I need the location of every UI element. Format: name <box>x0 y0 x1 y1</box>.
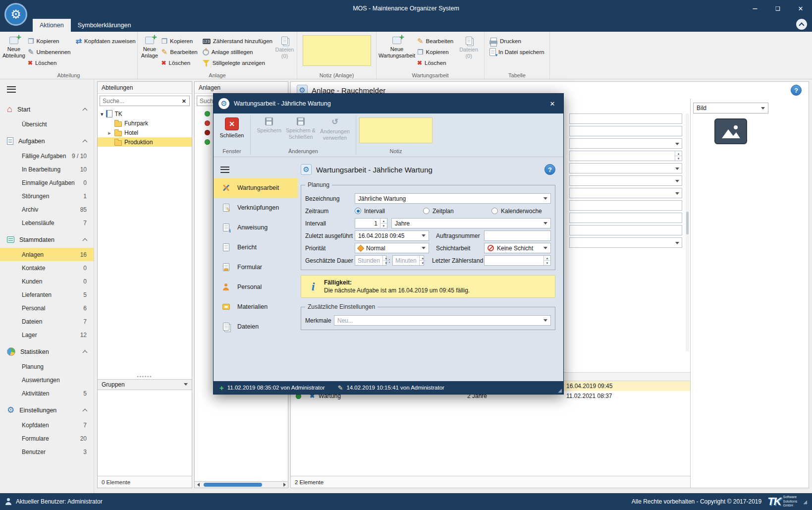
sidebar-item-formulare[interactable]: Formulare20 <box>0 432 94 445</box>
dialog-nav-dateien[interactable]: Dateien <box>214 317 298 337</box>
help-button[interactable] <box>791 85 802 96</box>
sidebar-item-kunden[interactable]: Kunden0 <box>0 275 94 288</box>
dialog-nav-wartungsarbeit[interactable]: Wartungsarbeit <box>214 178 298 198</box>
sidebar-item-einmalige-aufgaben[interactable]: Einmalige Aufgaben0 <box>0 176 94 189</box>
maximize-button[interactable] <box>766 0 789 17</box>
sidebar-item-faellige-aufgaben[interactable]: Fällige Aufgaben9 / 10 <box>0 149 94 163</box>
sidebar-item-benutzer[interactable]: Benutzer3 <box>0 445 94 458</box>
close-button[interactable] <box>789 0 812 17</box>
schliessen-button[interactable]: Schließen <box>217 115 247 139</box>
speichern-button[interactable]: Speichern <box>254 115 284 134</box>
neue-abteilung-button[interactable]: Neue Abteilung <box>2 33 25 58</box>
sidebar-item-kopfdaten[interactable]: Kopfdaten7 <box>0 418 94 432</box>
spinner-arrows[interactable] <box>380 219 387 228</box>
dialog-notiz-box[interactable] <box>359 117 433 143</box>
sidebar-item-stoerungen[interactable]: Störungen1 <box>0 189 94 203</box>
scrollbar-thumb[interactable] <box>686 212 689 234</box>
anlage-loeschen-button[interactable]: Löschen <box>159 57 200 68</box>
radio-kalenderwoche[interactable]: Kalenderwoche <box>491 208 560 215</box>
prioritaet-combobox[interactable]: Normal <box>355 243 429 253</box>
dialog-close-button[interactable] <box>541 94 563 113</box>
detail-dropdown[interactable] <box>569 188 682 198</box>
sidebar-item-archiv[interactable]: Archiv85 <box>0 203 94 216</box>
spinner-arrows[interactable] <box>543 256 550 265</box>
aenderungen-verwerfen-button[interactable]: Änderungen verwerfen <box>317 115 353 141</box>
dialog-nav-bericht[interactable]: Bericht <box>214 237 298 257</box>
loeschen-button[interactable]: Löschen <box>25 57 73 68</box>
bezeichnung-combobox[interactable]: Jährliche Wartung <box>355 193 551 204</box>
zaehlerstand-spinner[interactable] <box>484 255 551 266</box>
sidebar-item-personal[interactable]: Personal6 <box>0 301 94 315</box>
detail-textbox[interactable] <box>569 225 682 235</box>
notiz-anlage-box[interactable] <box>303 35 371 66</box>
wartung-bearbeiten-button[interactable]: Bearbeiten <box>415 36 456 47</box>
sidebar-section-einstellungen[interactable]: Einstellungen <box>0 402 94 418</box>
sidebar-section-start[interactable]: Start <box>0 101 94 117</box>
sidebar-section-aufgaben[interactable]: Aufgaben <box>0 133 94 149</box>
in-datei-speichern-button[interactable]: In Datei speichern <box>487 47 547 57</box>
anlage-bearbeiten-button[interactable]: Bearbeiten <box>159 47 200 57</box>
intervall-spinner[interactable]: 1 <box>355 218 387 228</box>
zuletzt-ausgefuehrt-picker[interactable]: 16.04.2018 09:45 <box>355 230 429 241</box>
resize-grip-icon[interactable] <box>803 498 807 505</box>
sidebar-section-statistiken[interactable]: Statistiken <box>0 343 94 360</box>
scroll-right-icon[interactable] <box>281 483 288 487</box>
kopieren-button[interactable]: Kopieren <box>25 36 73 47</box>
sidebar-item-lebenslaeufe[interactable]: Lebensläufe7 <box>0 216 94 229</box>
tree-item-hotel[interactable]: Hotel <box>98 128 192 137</box>
detail-textbox[interactable] <box>569 126 682 136</box>
dialog-nav-personal[interactable]: Personal <box>214 277 298 297</box>
expander-open-icon[interactable] <box>101 111 104 117</box>
sidebar-item-aktivitaeten[interactable]: Aktivitäten5 <box>0 387 94 400</box>
dialog-nav-materialien[interactable]: Materialien <box>214 297 298 317</box>
wartung-loeschen-button[interactable]: Löschen <box>415 57 456 68</box>
panel-splitter[interactable] <box>98 375 192 379</box>
tree-item-produktion[interactable]: Produktion <box>98 137 192 147</box>
dialog-nav-formular[interactable]: Formular <box>214 257 298 277</box>
tree-root-tk[interactable]: TK <box>98 109 192 118</box>
zaehlerstand-button[interactable]: Zählerstand hinzufügen <box>200 36 275 47</box>
umbenennen-button[interactable]: Umbenennen <box>25 47 73 57</box>
scroll-left-icon[interactable] <box>195 483 202 487</box>
horizontal-scrollbar[interactable] <box>195 481 288 488</box>
speichern-schliessen-button[interactable]: Speichern & Schließen <box>285 115 316 140</box>
kopfdaten-zuweisen-button[interactable]: Kopfdaten zuweisen <box>73 36 138 47</box>
anlage-dateien-button[interactable]: Dateien (0) <box>275 33 294 59</box>
image-placeholder-icon[interactable] <box>714 118 747 144</box>
drucken-button[interactable]: Drucken <box>487 36 547 47</box>
tree-item-fuhrpark[interactable]: Fuhrpark <box>98 118 192 128</box>
detail-textbox[interactable] <box>569 113 682 124</box>
tab-symbolerklaerungen[interactable]: Symbolerklärungen <box>71 19 138 32</box>
schichtarbeit-combobox[interactable]: Keine Schicht <box>484 243 551 253</box>
anlage-kopieren-button[interactable]: Kopieren <box>159 36 200 47</box>
expander-closed-icon[interactable] <box>108 129 111 136</box>
neue-wartungsarbeit-button[interactable]: Neue Wartungsarbeit <box>379 33 415 58</box>
stillgelegte-anzeigen-button[interactable]: Stillgelegte anzeigen <box>200 57 275 68</box>
sidebar-item-lieferanten[interactable]: Lieferanten5 <box>0 288 94 301</box>
sidebar-item-uebersicht[interactable]: Übersicht <box>0 117 94 131</box>
detail-dropdown[interactable] <box>569 237 682 248</box>
auftragsnummer-textbox[interactable] <box>484 230 551 241</box>
sidebar-menu-button[interactable] <box>0 79 94 99</box>
gruppen-header[interactable]: Gruppen <box>98 379 192 390</box>
dialog-nav-verknuepfungen[interactable]: Verknüpfungen <box>214 198 298 218</box>
sidebar-item-anlagen[interactable]: Anlagen16 <box>0 248 94 261</box>
wartung-kopieren-button[interactable]: Kopieren <box>415 47 456 57</box>
detail-textbox[interactable] <box>569 213 682 223</box>
minuten-spinner[interactable]: Minuten <box>392 255 424 266</box>
detail-dropdown[interactable] <box>569 175 682 186</box>
intervall-einheit-combobox[interactable]: Jahre <box>391 218 551 228</box>
vertical-scrollbar[interactable] <box>686 113 689 351</box>
tab-aktionen[interactable]: Aktionen <box>33 19 71 32</box>
radio-zeitplan[interactable]: Zeitplan <box>423 208 491 215</box>
clear-search-icon[interactable] <box>179 98 189 105</box>
stunden-spinner[interactable]: Stunden <box>355 255 386 266</box>
detail-spinner[interactable] <box>569 151 682 161</box>
spinner-arrows[interactable] <box>419 256 426 265</box>
detail-dropdown[interactable] <box>569 163 682 173</box>
sidebar-section-stammdaten[interactable]: Stammdaten <box>0 231 94 248</box>
sidebar-item-kontakte[interactable]: Kontakte0 <box>0 261 94 275</box>
dialog-nav-anweisung[interactable]: Anweisung <box>214 218 298 237</box>
stilllegen-button[interactable]: Anlage stilllegen <box>200 47 275 57</box>
neue-anlage-button[interactable]: Neue Anlage <box>140 33 159 58</box>
